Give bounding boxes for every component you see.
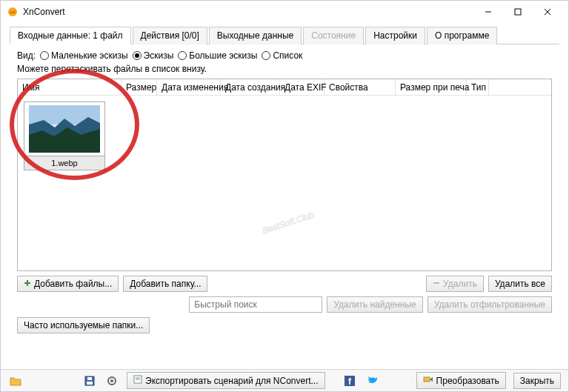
plus-icon xyxy=(24,279,31,289)
convert-icon xyxy=(423,375,433,386)
col-date-mod[interactable]: Дата изменения xyxy=(157,79,221,96)
col-date-exif[interactable]: Дата EXIF xyxy=(280,79,325,96)
col-props[interactable]: Свойства xyxy=(325,79,396,96)
tab-status: Состояние xyxy=(303,27,364,44)
open-folder-icon[interactable] xyxy=(8,373,23,388)
add-folder-button[interactable]: Добавить папку... xyxy=(123,276,207,292)
col-size[interactable]: Размер xyxy=(122,79,157,96)
file-list-area[interactable]: Имя Размер Дата изменения Дата создания … xyxy=(17,79,552,271)
radio-list[interactable]: Список xyxy=(262,50,302,61)
thumbnail-image xyxy=(29,105,100,153)
thumbnail-box xyxy=(24,102,105,156)
close-button[interactable] xyxy=(533,1,562,22)
view-row: Вид: Маленькие эскизы Эскизы Большие эск… xyxy=(17,50,552,61)
svg-rect-2 xyxy=(515,9,521,15)
app-icon xyxy=(7,6,19,18)
col-name[interactable]: Имя xyxy=(18,79,122,96)
list-item[interactable]: 1.webp xyxy=(24,102,105,170)
radio-small-thumbs[interactable]: Маленькие эскизы xyxy=(40,50,128,61)
delete-button[interactable]: Удалить xyxy=(426,276,484,292)
delete-found-button[interactable]: Удалить найденные xyxy=(327,296,422,313)
window-title: XnConvert xyxy=(23,7,473,17)
col-print-size[interactable]: Размер при печа xyxy=(396,79,467,96)
col-date-created[interactable]: Дата создания xyxy=(221,79,280,96)
drag-hint: Можете перетаскивать файлы в список вниз… xyxy=(17,64,552,74)
delete-filtered-button[interactable]: Удалить отфильтрованные xyxy=(427,296,552,313)
twitter-icon[interactable] xyxy=(365,373,379,388)
tab-output[interactable]: Выходные данные xyxy=(209,27,302,44)
delete-all-button[interactable]: Удалить все xyxy=(488,276,552,292)
convert-button[interactable]: Преобразовать xyxy=(416,372,506,389)
minus-icon xyxy=(433,279,440,289)
close-app-button[interactable]: Закрыть xyxy=(513,373,561,389)
tab-actions[interactable]: Действия [0/0] xyxy=(133,27,207,44)
tabbar: Входные данные: 1 файл Действия [0/0] Вы… xyxy=(10,26,559,44)
add-files-button[interactable]: Добавить файлы... xyxy=(17,276,119,292)
tab-input[interactable]: Входные данные: 1 файл xyxy=(10,27,131,44)
radio-thumbs[interactable]: Эскизы xyxy=(133,50,174,61)
frequent-folders-button[interactable]: Часто используемые папки... xyxy=(17,317,150,333)
script-icon xyxy=(133,375,142,386)
maximize-button[interactable] xyxy=(503,1,533,22)
export-script-button[interactable]: Экспортировать сценарий для NConvert... xyxy=(127,372,325,389)
facebook-icon[interactable]: f xyxy=(342,373,357,388)
minimize-button[interactable] xyxy=(473,1,503,22)
quick-search-input[interactable] xyxy=(189,296,322,313)
tab-about[interactable]: О программе xyxy=(427,27,497,44)
thumbnail-filename: 1.webp xyxy=(24,156,105,170)
titlebar: XnConvert xyxy=(1,1,568,23)
gear-icon[interactable] xyxy=(104,373,119,388)
svg-rect-13 xyxy=(87,382,93,385)
tab-settings[interactable]: Настройки xyxy=(365,27,425,44)
column-headers: Имя Размер Дата изменения Дата создания … xyxy=(18,79,551,96)
svg-rect-14 xyxy=(87,377,92,380)
svg-point-16 xyxy=(110,379,113,382)
svg-point-0 xyxy=(8,7,17,16)
svg-rect-22 xyxy=(424,377,430,382)
view-label: Вид: xyxy=(17,50,36,61)
save-icon[interactable] xyxy=(82,373,97,388)
col-type[interactable]: Тип xyxy=(467,79,489,96)
statusbar: Экспортировать сценарий для NConvert... … xyxy=(1,369,568,391)
radio-large-thumbs[interactable]: Большие эскизы xyxy=(178,50,257,61)
